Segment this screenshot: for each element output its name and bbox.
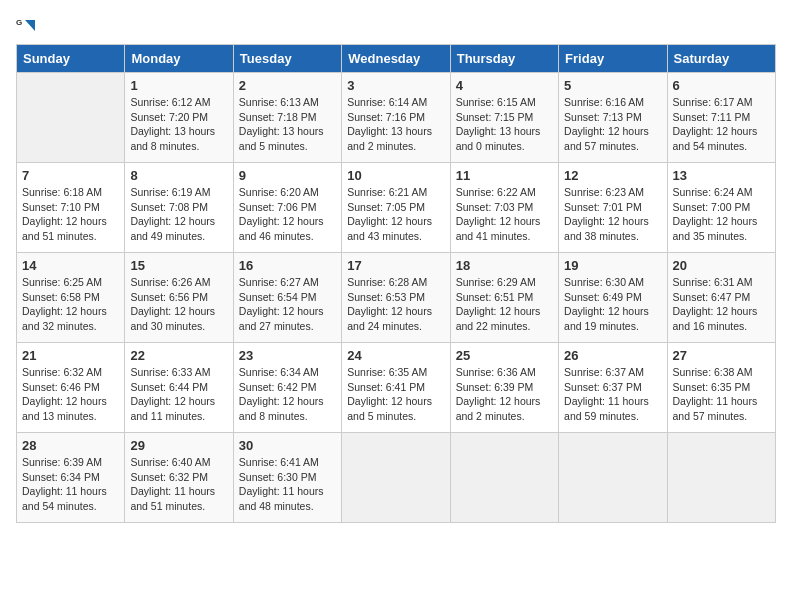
calendar-cell xyxy=(450,433,558,523)
calendar-cell: 26Sunrise: 6:37 AM Sunset: 6:37 PM Dayli… xyxy=(559,343,667,433)
day-header-thursday: Thursday xyxy=(450,45,558,73)
calendar-cell: 4Sunrise: 6:15 AM Sunset: 7:15 PM Daylig… xyxy=(450,73,558,163)
calendar-cell: 29Sunrise: 6:40 AM Sunset: 6:32 PM Dayli… xyxy=(125,433,233,523)
calendar-cell: 22Sunrise: 6:33 AM Sunset: 6:44 PM Dayli… xyxy=(125,343,233,433)
date-number: 6 xyxy=(673,78,770,93)
calendar-cell: 27Sunrise: 6:38 AM Sunset: 6:35 PM Dayli… xyxy=(667,343,775,433)
cell-info: Sunrise: 6:22 AM Sunset: 7:03 PM Dayligh… xyxy=(456,185,553,244)
calendar-cell: 24Sunrise: 6:35 AM Sunset: 6:41 PM Dayli… xyxy=(342,343,450,433)
calendar-cell: 19Sunrise: 6:30 AM Sunset: 6:49 PM Dayli… xyxy=(559,253,667,343)
week-row-4: 21Sunrise: 6:32 AM Sunset: 6:46 PM Dayli… xyxy=(17,343,776,433)
header: G xyxy=(16,16,776,36)
calendar-cell: 8Sunrise: 6:19 AM Sunset: 7:08 PM Daylig… xyxy=(125,163,233,253)
calendar-cell xyxy=(559,433,667,523)
date-number: 16 xyxy=(239,258,336,273)
cell-info: Sunrise: 6:21 AM Sunset: 7:05 PM Dayligh… xyxy=(347,185,444,244)
date-number: 1 xyxy=(130,78,227,93)
day-header-wednesday: Wednesday xyxy=(342,45,450,73)
calendar-cell: 25Sunrise: 6:36 AM Sunset: 6:39 PM Dayli… xyxy=(450,343,558,433)
cell-info: Sunrise: 6:28 AM Sunset: 6:53 PM Dayligh… xyxy=(347,275,444,334)
cell-info: Sunrise: 6:38 AM Sunset: 6:35 PM Dayligh… xyxy=(673,365,770,424)
cell-info: Sunrise: 6:20 AM Sunset: 7:06 PM Dayligh… xyxy=(239,185,336,244)
svg-text:G: G xyxy=(16,18,22,27)
calendar-cell: 7Sunrise: 6:18 AM Sunset: 7:10 PM Daylig… xyxy=(17,163,125,253)
calendar-table: SundayMondayTuesdayWednesdayThursdayFrid… xyxy=(16,44,776,523)
calendar-cell: 13Sunrise: 6:24 AM Sunset: 7:00 PM Dayli… xyxy=(667,163,775,253)
week-row-3: 14Sunrise: 6:25 AM Sunset: 6:58 PM Dayli… xyxy=(17,253,776,343)
calendar-cell: 18Sunrise: 6:29 AM Sunset: 6:51 PM Dayli… xyxy=(450,253,558,343)
cell-info: Sunrise: 6:19 AM Sunset: 7:08 PM Dayligh… xyxy=(130,185,227,244)
cell-info: Sunrise: 6:32 AM Sunset: 6:46 PM Dayligh… xyxy=(22,365,119,424)
calendar-cell: 15Sunrise: 6:26 AM Sunset: 6:56 PM Dayli… xyxy=(125,253,233,343)
date-number: 8 xyxy=(130,168,227,183)
date-number: 3 xyxy=(347,78,444,93)
svg-marker-1 xyxy=(25,20,35,31)
date-number: 15 xyxy=(130,258,227,273)
date-number: 25 xyxy=(456,348,553,363)
cell-info: Sunrise: 6:33 AM Sunset: 6:44 PM Dayligh… xyxy=(130,365,227,424)
logo-icon: G xyxy=(16,16,36,36)
calendar-cell: 6Sunrise: 6:17 AM Sunset: 7:11 PM Daylig… xyxy=(667,73,775,163)
calendar-cell: 16Sunrise: 6:27 AM Sunset: 6:54 PM Dayli… xyxy=(233,253,341,343)
calendar-cell: 9Sunrise: 6:20 AM Sunset: 7:06 PM Daylig… xyxy=(233,163,341,253)
cell-info: Sunrise: 6:36 AM Sunset: 6:39 PM Dayligh… xyxy=(456,365,553,424)
calendar-cell: 2Sunrise: 6:13 AM Sunset: 7:18 PM Daylig… xyxy=(233,73,341,163)
cell-info: Sunrise: 6:15 AM Sunset: 7:15 PM Dayligh… xyxy=(456,95,553,154)
date-number: 28 xyxy=(22,438,119,453)
cell-info: Sunrise: 6:29 AM Sunset: 6:51 PM Dayligh… xyxy=(456,275,553,334)
date-number: 23 xyxy=(239,348,336,363)
logo: G xyxy=(16,16,40,36)
cell-info: Sunrise: 6:24 AM Sunset: 7:00 PM Dayligh… xyxy=(673,185,770,244)
cell-info: Sunrise: 6:25 AM Sunset: 6:58 PM Dayligh… xyxy=(22,275,119,334)
date-number: 9 xyxy=(239,168,336,183)
cell-info: Sunrise: 6:23 AM Sunset: 7:01 PM Dayligh… xyxy=(564,185,661,244)
day-header-tuesday: Tuesday xyxy=(233,45,341,73)
cell-info: Sunrise: 6:39 AM Sunset: 6:34 PM Dayligh… xyxy=(22,455,119,514)
cell-info: Sunrise: 6:31 AM Sunset: 6:47 PM Dayligh… xyxy=(673,275,770,334)
date-number: 26 xyxy=(564,348,661,363)
calendar-cell: 11Sunrise: 6:22 AM Sunset: 7:03 PM Dayli… xyxy=(450,163,558,253)
calendar-cell: 12Sunrise: 6:23 AM Sunset: 7:01 PM Dayli… xyxy=(559,163,667,253)
calendar-cell: 10Sunrise: 6:21 AM Sunset: 7:05 PM Dayli… xyxy=(342,163,450,253)
calendar-cell: 14Sunrise: 6:25 AM Sunset: 6:58 PM Dayli… xyxy=(17,253,125,343)
cell-info: Sunrise: 6:30 AM Sunset: 6:49 PM Dayligh… xyxy=(564,275,661,334)
calendar-cell xyxy=(667,433,775,523)
date-number: 21 xyxy=(22,348,119,363)
calendar-header-row: SundayMondayTuesdayWednesdayThursdayFrid… xyxy=(17,45,776,73)
cell-info: Sunrise: 6:16 AM Sunset: 7:13 PM Dayligh… xyxy=(564,95,661,154)
date-number: 4 xyxy=(456,78,553,93)
week-row-5: 28Sunrise: 6:39 AM Sunset: 6:34 PM Dayli… xyxy=(17,433,776,523)
cell-info: Sunrise: 6:13 AM Sunset: 7:18 PM Dayligh… xyxy=(239,95,336,154)
cell-info: Sunrise: 6:27 AM Sunset: 6:54 PM Dayligh… xyxy=(239,275,336,334)
week-row-2: 7Sunrise: 6:18 AM Sunset: 7:10 PM Daylig… xyxy=(17,163,776,253)
cell-info: Sunrise: 6:18 AM Sunset: 7:10 PM Dayligh… xyxy=(22,185,119,244)
calendar-cell xyxy=(17,73,125,163)
calendar-cell: 28Sunrise: 6:39 AM Sunset: 6:34 PM Dayli… xyxy=(17,433,125,523)
date-number: 29 xyxy=(130,438,227,453)
cell-info: Sunrise: 6:35 AM Sunset: 6:41 PM Dayligh… xyxy=(347,365,444,424)
day-header-saturday: Saturday xyxy=(667,45,775,73)
cell-info: Sunrise: 6:26 AM Sunset: 6:56 PM Dayligh… xyxy=(130,275,227,334)
week-row-1: 1Sunrise: 6:12 AM Sunset: 7:20 PM Daylig… xyxy=(17,73,776,163)
calendar-cell: 21Sunrise: 6:32 AM Sunset: 6:46 PM Dayli… xyxy=(17,343,125,433)
date-number: 11 xyxy=(456,168,553,183)
cell-info: Sunrise: 6:34 AM Sunset: 6:42 PM Dayligh… xyxy=(239,365,336,424)
cell-info: Sunrise: 6:17 AM Sunset: 7:11 PM Dayligh… xyxy=(673,95,770,154)
date-number: 12 xyxy=(564,168,661,183)
day-header-friday: Friday xyxy=(559,45,667,73)
calendar-cell: 17Sunrise: 6:28 AM Sunset: 6:53 PM Dayli… xyxy=(342,253,450,343)
date-number: 2 xyxy=(239,78,336,93)
calendar-body: 1Sunrise: 6:12 AM Sunset: 7:20 PM Daylig… xyxy=(17,73,776,523)
date-number: 14 xyxy=(22,258,119,273)
cell-info: Sunrise: 6:40 AM Sunset: 6:32 PM Dayligh… xyxy=(130,455,227,514)
date-number: 5 xyxy=(564,78,661,93)
date-number: 24 xyxy=(347,348,444,363)
date-number: 30 xyxy=(239,438,336,453)
date-number: 7 xyxy=(22,168,119,183)
calendar-cell: 20Sunrise: 6:31 AM Sunset: 6:47 PM Dayli… xyxy=(667,253,775,343)
cell-info: Sunrise: 6:12 AM Sunset: 7:20 PM Dayligh… xyxy=(130,95,227,154)
date-number: 19 xyxy=(564,258,661,273)
date-number: 22 xyxy=(130,348,227,363)
cell-info: Sunrise: 6:41 AM Sunset: 6:30 PM Dayligh… xyxy=(239,455,336,514)
date-number: 13 xyxy=(673,168,770,183)
